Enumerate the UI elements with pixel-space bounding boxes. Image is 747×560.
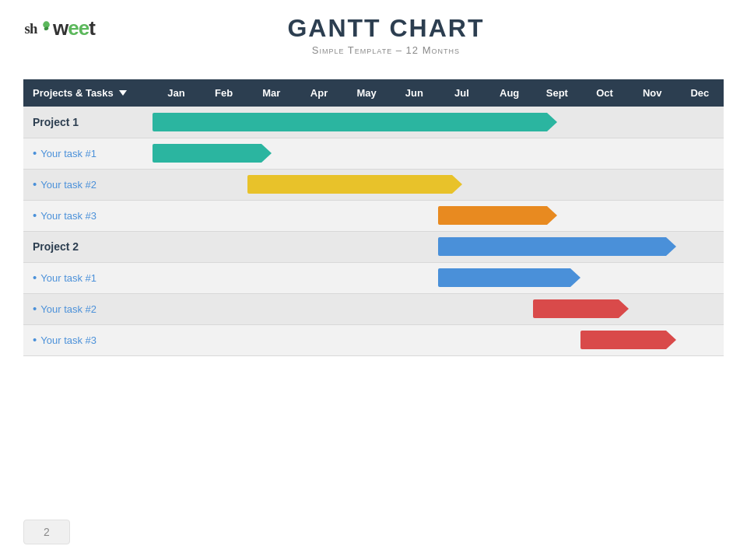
page-title: Gantt Chart (95, 14, 677, 43)
month-cell-1 (153, 169, 200, 200)
month-cell-10 (580, 262, 628, 293)
month-cell-12 (676, 293, 724, 324)
header-row: Projects & Tasks Jan Feb Mar Apr May Jun… (23, 79, 724, 107)
month-cell-3 (247, 262, 295, 293)
task-label-cell: •Your task #3 (23, 200, 153, 231)
month-cell-7 (438, 200, 486, 231)
month-cell-5 (343, 200, 391, 231)
month-cell-1 (153, 293, 200, 324)
sort-icon (119, 90, 127, 96)
month-cell-2 (200, 231, 247, 262)
month-cell-11 (629, 138, 676, 169)
month-cell-6 (391, 107, 438, 138)
month-cell-7 (438, 293, 486, 324)
task-label-cell: •Your task #1 (23, 138, 153, 169)
logo-text: weet (53, 16, 95, 40)
month-cell-9 (533, 293, 580, 324)
month-cell-2 (200, 200, 247, 231)
bullet-icon: • (33, 333, 37, 346)
month-cell-8 (486, 324, 533, 355)
month-cell-5 (343, 324, 391, 355)
month-cell-2 (200, 138, 247, 169)
month-cell-6 (391, 262, 438, 293)
month-cell-4 (295, 138, 342, 169)
project-label: Project 1 (33, 116, 79, 128)
task-label-cell: •Your task #2 (23, 293, 153, 324)
task-label-cell: •Your task #3 (23, 324, 153, 355)
bullet-icon: • (33, 208, 37, 222)
month-cell-11 (629, 324, 676, 355)
month-cell-8 (486, 200, 533, 231)
month-cell-6 (391, 169, 438, 200)
month-cell-1 (153, 324, 200, 355)
gantt-chart: Projects & Tasks Jan Feb Mar Apr May Jun… (23, 79, 724, 356)
month-cell-10 (580, 138, 628, 169)
month-cell-5 (343, 138, 391, 169)
month-cell-11 (629, 262, 676, 293)
col-header-dec: Dec (676, 79, 724, 107)
col-header-mar: Mar (247, 79, 295, 107)
month-cell-10 (580, 169, 628, 200)
svg-text:sh: sh (24, 20, 38, 37)
col-header-aug: Aug (486, 79, 533, 107)
task-label-cell: •Your task #2 (23, 169, 153, 200)
month-cell-8 (486, 231, 533, 262)
task-row: •Your task #3 (23, 324, 724, 355)
month-cell-8 (486, 293, 533, 324)
month-cell-9 (533, 231, 580, 262)
month-cell-5 (343, 293, 391, 324)
month-cell-8 (486, 107, 533, 138)
title-block: Gantt Chart Simple Template – 12 Months (95, 14, 724, 56)
task-label: Your task #2 (40, 179, 96, 191)
month-cell-6 (391, 138, 438, 169)
project-row: Project 2 (23, 231, 724, 262)
month-cell-3 (247, 231, 295, 262)
month-cell-11 (629, 231, 676, 262)
bullet-icon: • (33, 271, 37, 284)
task-label-cell: •Your task #1 (23, 262, 153, 293)
month-cell-9 (533, 262, 580, 293)
month-cell-8 (486, 262, 533, 293)
month-cell-10 (580, 324, 628, 355)
task-label: Your task #1 (40, 148, 96, 159)
project-label: Project 2 (33, 240, 79, 253)
col-header-jul: Jul (438, 79, 486, 107)
month-cell-7 (438, 231, 486, 262)
month-cell-4 (295, 293, 342, 324)
month-cell-2 (200, 107, 247, 138)
header: sh weet Gantt Chart Simple Template – 12… (0, 0, 747, 64)
month-cell-5 (343, 107, 391, 138)
month-cell-4 (295, 324, 342, 355)
col-tasks-label: Projects & Tasks (33, 87, 114, 99)
month-cell-9 (533, 200, 580, 231)
task-label: Your task #3 (40, 334, 96, 346)
month-cell-12 (676, 262, 724, 293)
page-number: 2 (44, 526, 50, 538)
month-cell-10 (580, 107, 628, 138)
gantt-table: Projects & Tasks Jan Feb Mar Apr May Jun… (23, 79, 724, 356)
month-cell-11 (629, 293, 676, 324)
month-cell-12 (676, 231, 724, 262)
month-cell-1 (153, 107, 200, 138)
month-cell-10 (580, 293, 628, 324)
bullet-icon: • (33, 146, 37, 159)
month-cell-12 (676, 138, 724, 169)
month-cell-3 (247, 138, 295, 169)
month-cell-12 (676, 107, 724, 138)
month-cell-4 (295, 200, 342, 231)
col-header-nov: Nov (629, 79, 676, 107)
month-cell-5 (343, 169, 391, 200)
month-cell-7 (438, 324, 486, 355)
month-cell-10 (580, 200, 628, 231)
month-cell-9 (533, 107, 580, 138)
month-cell-4 (295, 107, 342, 138)
col-header-tasks[interactable]: Projects & Tasks (23, 79, 153, 107)
month-cell-11 (629, 107, 676, 138)
month-cell-2 (200, 293, 247, 324)
month-cell-4 (295, 231, 342, 262)
task-row: •Your task #1 (23, 138, 724, 169)
col-header-jan: Jan (153, 79, 200, 107)
month-cell-1 (153, 262, 200, 293)
task-row: •Your task #3 (23, 200, 724, 231)
month-cell-10 (580, 231, 628, 262)
